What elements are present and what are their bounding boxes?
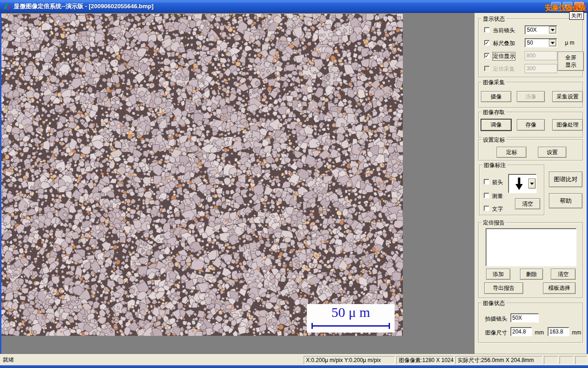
group-display-status: 显示状态 当前镜头 50X ✓ 标尺叠加 50 μ m ✓ 定倍显示 定倍采集 … (478, 18, 583, 77)
group-image-status-title: 图像状态 (481, 299, 506, 307)
save-image-button[interactable]: 存像 (517, 119, 545, 131)
report-add-button[interactable]: 添加 (486, 269, 510, 280)
fullscreen-button-line2: 显示 (565, 61, 577, 69)
combo-dropdown-button[interactable] (549, 39, 556, 46)
label-scale-overlay: 标尺叠加 (493, 40, 515, 47)
checkbox-arrow[interactable] (484, 179, 489, 184)
capture-button[interactable]: 摄像 (481, 91, 511, 102)
input-fixed-display-value (525, 51, 557, 60)
report-listbox[interactable] (486, 228, 577, 266)
window-border-left (0, 13, 1, 365)
status-actual-size: 实际尺寸:256.0mm X 204.8mm (455, 356, 543, 364)
label-height-unit: mm (572, 329, 581, 336)
status-pixel-scale: X:0.200μ m/pix Y:0.200μ m/pix (304, 356, 395, 364)
checkbox-fixed-display[interactable]: ✓ (484, 53, 490, 58)
input-fixed-capture-value (525, 64, 557, 73)
label-fixed-capture: 定倍采集 (493, 65, 515, 73)
control-panel: 显示状态 当前镜头 50X ✓ 标尺叠加 50 μ m ✓ 定倍显示 定倍采集 … (475, 13, 587, 354)
checkbox-current-lens[interactable] (484, 27, 490, 33)
chevron-down-icon (530, 183, 534, 185)
label-current-lens: 当前镜头 (493, 27, 515, 34)
label-scale-unit: μ m (565, 40, 574, 46)
label-text: 文字 (492, 205, 503, 213)
group-report-title: 定倍报告 (481, 219, 506, 227)
status-spare-3 (575, 356, 587, 364)
image-process-button[interactable]: 图像处理 (552, 119, 583, 131)
arrow-style-combo[interactable] (508, 174, 537, 193)
group-image-capture-title: 图像采集 (481, 79, 506, 86)
checkbox-fixed-capture (484, 66, 490, 71)
calib-settings-button[interactable]: 设置 (538, 147, 566, 158)
group-annotation: 图像标注 箭头 测量 文字 清空 (479, 165, 544, 215)
combo-current-lens[interactable]: 50X (525, 25, 557, 34)
group-calibration: 设置定标 定标 设置 (478, 139, 583, 161)
micrograph-image[interactable] (1, 14, 403, 336)
scalebar-line (311, 325, 390, 327)
group-image-status: 图像状态 拍摄镜头 图像尺寸 mm mm (478, 303, 583, 343)
chevron-down-icon (551, 29, 554, 31)
combo-scale-value[interactable]: 50 (525, 38, 557, 47)
calibrate-button[interactable]: 定标 (497, 147, 526, 158)
combo-scale-value-text: 50 (527, 40, 533, 46)
group-display-status-title: 显示状态 (481, 15, 506, 23)
status-spare-1 (544, 356, 558, 364)
template-select-button[interactable]: 模板选择 (543, 282, 576, 294)
fullscreen-button-line1: 全屏 (565, 54, 577, 61)
label-shoot-lens: 拍摄镜头 (485, 315, 507, 323)
label-arrow: 箭头 (492, 178, 503, 186)
combo-dropdown-button[interactable] (528, 178, 536, 189)
combo-dropdown-button[interactable] (549, 26, 556, 34)
label-image-size: 图像尺寸 (485, 329, 507, 337)
group-report: 定倍报告 添加 删除 清空 导出报告 模板选择 (478, 222, 583, 298)
status-image-pixels: 图像像素:1280 X 1024 (396, 356, 454, 364)
clear-annotation-button[interactable]: 清空 (515, 198, 540, 209)
input-shoot-lens[interactable] (510, 313, 539, 322)
image-viewport[interactable]: 50 μ m (1, 14, 403, 336)
scalebar-tick-right (389, 323, 390, 329)
label-width-unit: mm (535, 329, 544, 336)
checkbox-text[interactable] (484, 206, 489, 211)
scalebar-overlay: 50 μ m (307, 304, 395, 333)
group-calibration-title: 设置定标 (481, 136, 506, 144)
window-title: 显微图像定倍系统--演示版 - [20090602055646.bmp] (14, 0, 153, 12)
app-icon (3, 2, 11, 11)
checkbox-scale-overlay[interactable]: ✓ (484, 40, 490, 46)
window-border-bottom (0, 365, 588, 368)
chevron-down-icon (551, 42, 554, 44)
status-spare-2 (560, 356, 574, 364)
group-annotation-title: 图像标注 (482, 161, 507, 169)
close-tooltip: 关闭 (569, 12, 584, 20)
arrow-down-icon (514, 177, 524, 191)
atlas-compare-button[interactable]: 图谱比对 (549, 172, 582, 187)
input-image-width[interactable] (510, 327, 532, 336)
freeze-button: 冻像 (517, 91, 545, 102)
capture-settings-button[interactable]: 采集设置 (552, 91, 583, 102)
export-report-button[interactable]: 导出报告 (484, 282, 523, 294)
group-image-storage-title: 图像存取 (481, 109, 506, 116)
label-fixed-display: 定倍显示 (493, 52, 515, 60)
checkmark: ✓ (485, 40, 489, 46)
input-image-height[interactable] (548, 327, 569, 336)
scalebar-tick-left (311, 323, 313, 329)
report-delete-button[interactable]: 删除 (520, 269, 543, 280)
combo-current-lens-value: 50X (527, 27, 537, 33)
help-button[interactable]: 帮助 (549, 193, 582, 208)
report-clear-button[interactable]: 清空 (551, 269, 576, 280)
load-image-button[interactable]: 调像 (481, 119, 511, 131)
scalebar-label: 50 μ m (307, 305, 395, 320)
checkmark: ✓ (485, 53, 489, 58)
label-measure: 测量 (492, 192, 503, 200)
group-image-storage: 图像存取 调像 存像 图像处理 (478, 112, 583, 138)
status-ready: 就绪 (1, 356, 302, 364)
group-image-capture: 图像采集 摄像 冻像 采集设置 (478, 82, 583, 108)
checkbox-measure[interactable] (484, 193, 489, 198)
title-bar: 显微图像定倍系统--演示版 - [20090602055646.bmp] × 安… (0, 0, 588, 13)
fullscreen-button[interactable]: 全屏 显示 (558, 52, 584, 71)
status-bar: 就绪 X:0.200μ m/pix Y:0.200μ m/pix 图像像素:12… (0, 354, 588, 365)
